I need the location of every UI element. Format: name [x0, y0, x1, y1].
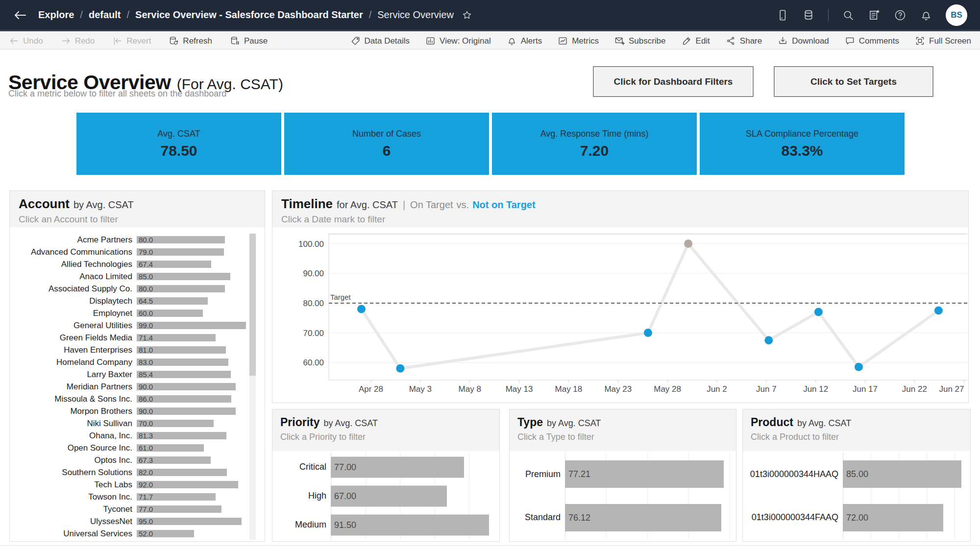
priority-row[interactable]: Critical77.00: [272, 453, 499, 481]
account-row[interactable]: Open Source Inc.61.0: [10, 442, 265, 454]
account-row[interactable]: Advanced Communications79.0: [10, 246, 265, 258]
account-bar-area: 86.0: [137, 393, 265, 405]
account-row[interactable]: Ohana, Inc.81.3: [10, 430, 265, 442]
kpi-row: Avg. CSAT78.50Number of Cases6Avg. Respo…: [76, 113, 905, 175]
timeline-title-suffix: for Avg. CSAT: [337, 199, 398, 210]
breadcrumb-separator: /: [126, 9, 129, 21]
type-row[interactable]: Standard76.12: [510, 496, 736, 540]
breadcrumb-item[interactable]: default: [89, 9, 121, 21]
timeline-point[interactable]: [814, 308, 823, 316]
account-scrollbar-thumb[interactable]: [249, 234, 256, 376]
priority-category: High: [272, 491, 331, 501]
account-name: Morpon Brothers: [10, 407, 137, 416]
comments-button[interactable]: Comments: [845, 36, 899, 46]
help-icon[interactable]: [894, 9, 906, 22]
account-row[interactable]: Homeland Company83.0: [10, 356, 265, 368]
refresh-button[interactable]: Refresh: [169, 36, 212, 46]
kpi-card-avg-csat[interactable]: Avg. CSAT78.50: [76, 113, 281, 175]
timeline-point[interactable]: [396, 364, 404, 373]
metrics-button[interactable]: Metrics: [558, 36, 599, 46]
breadcrumb-item[interactable]: Service Overview - Salesforce Dashboard …: [135, 9, 363, 21]
account-name: Towson Inc.: [10, 492, 137, 502]
timeline-point[interactable]: [357, 305, 366, 313]
account-row[interactable]: Niki Sullivan70.0: [10, 417, 265, 430]
favorite-star-icon[interactable]: [462, 10, 472, 21]
priority-row[interactable]: High67.00: [272, 481, 499, 510]
kpi-card-sla-compliance-percentage[interactable]: SLA Compliance Percentage83.3%: [700, 113, 905, 175]
timeline-point[interactable]: [684, 240, 692, 248]
timeline-point[interactable]: [934, 307, 943, 315]
account-row[interactable]: Meridian Partners90.0: [10, 381, 265, 393]
alert-bell-icon: [507, 36, 517, 46]
download-button[interactable]: Download: [778, 36, 829, 46]
account-row[interactable]: Missoula & Sons Inc.86.0: [10, 393, 265, 405]
redo-icon: [61, 36, 71, 46]
avatar[interactable]: BS: [946, 4, 967, 26]
account-row[interactable]: Displaytech64.5: [10, 295, 265, 307]
account-row[interactable]: Tyconet77.0: [10, 503, 265, 515]
product-row[interactable]: 01t3i000000344HAAQ85.00: [743, 453, 970, 496]
device-preview-icon[interactable]: [776, 9, 789, 22]
account-row[interactable]: Larry Baxter85.4: [10, 368, 265, 381]
timeline-chart: 100.0090.0080.0070.0060.00Apr 28May 3May…: [272, 234, 968, 404]
account-row[interactable]: Tech Labs92.0: [10, 479, 265, 491]
kpi-card-number-of-cases[interactable]: Number of Cases6: [284, 113, 489, 175]
account-row[interactable]: Universal Services52.0: [10, 527, 265, 540]
account-list: Acme Partners80.0Advanced Communications…: [10, 234, 265, 540]
timeline-legend-not-on-target[interactable]: Not on Target: [472, 199, 536, 210]
account-row[interactable]: Employnet60.0: [10, 307, 265, 319]
data-details-button[interactable]: Data Details: [350, 36, 410, 46]
product-chart: 01t3i000000344HAAQ85.0001t3i000000344FAA…: [743, 453, 970, 539]
subscribe-button[interactable]: Subscribe: [614, 36, 666, 46]
data-source-icon[interactable]: [802, 9, 815, 22]
account-row[interactable]: Allied Technologies67.4: [10, 258, 265, 270]
account-row[interactable]: Green Fields Media71.4: [10, 332, 265, 344]
pause-button[interactable]: Pause: [230, 36, 268, 46]
account-row[interactable]: Acme Partners80.0: [10, 234, 265, 246]
timeline-hint: Click a Date mark to filter: [281, 214, 959, 225]
product-panel-header: Productby Avg. CSAT Click a Product to f…: [743, 409, 970, 451]
timeline-point[interactable]: [764, 336, 773, 344]
account-row[interactable]: General Utilities99.0: [10, 319, 265, 332]
account-value: 67.3: [139, 454, 153, 466]
timeline-point[interactable]: [644, 329, 652, 337]
revert-button: Revert: [112, 36, 151, 46]
notifications-icon[interactable]: [920, 9, 932, 22]
kpi-label: SLA Compliance Percentage: [746, 129, 858, 139]
toolbar-item-label: Full Screen: [929, 36, 971, 46]
back-arrow-icon[interactable]: [13, 9, 27, 21]
account-row[interactable]: Associated Supply Co.80.0: [10, 283, 265, 295]
alerts-button[interactable]: Alerts: [507, 36, 542, 46]
toolbar-item-label: Pause: [244, 36, 268, 46]
product-row[interactable]: 01t3i000000344FAAQ72.00: [743, 496, 970, 540]
account-row[interactable]: Towson Inc.71.7: [10, 491, 265, 503]
timeline-point[interactable]: [855, 363, 863, 371]
kpi-value: 6: [383, 143, 391, 159]
target-line-label: Target: [330, 293, 351, 301]
full-screen-button[interactable]: Full Screen: [915, 36, 971, 46]
account-row[interactable]: UlyssesNet95.0: [10, 515, 265, 527]
account-row[interactable]: Morpon Brothers90.0: [10, 405, 265, 417]
search-icon[interactable]: [842, 9, 855, 22]
account-bar-area: 82.0: [137, 466, 265, 479]
edit-button[interactable]: Edit: [682, 36, 710, 46]
set-targets-button[interactable]: Click to Set Targets: [774, 66, 933, 97]
dashboard-filters-button[interactable]: Click for Dashboard Filters: [593, 66, 754, 97]
priority-row[interactable]: Medium91.50: [272, 510, 499, 539]
account-title: Account: [19, 196, 70, 211]
new-workbook-icon[interactable]: [868, 9, 881, 22]
breadcrumb-item[interactable]: Explore: [38, 9, 74, 21]
account-name: Tyconet: [10, 504, 137, 514]
account-panel-header: Accountby Avg. CSAT Click an Account to …: [10, 191, 265, 227]
account-row[interactable]: Anaco Limited85.0: [10, 270, 265, 283]
account-row[interactable]: Optos Inc.67.3: [10, 454, 265, 466]
share-button[interactable]: Share: [726, 36, 762, 46]
account-name: Missoula & Sons Inc.: [10, 394, 137, 404]
kpi-card-avg-response-time-mins-[interactable]: Avg. Response Time (mins)7.20: [492, 113, 697, 175]
toolbar-item-label: Data Details: [365, 36, 410, 46]
type-row[interactable]: Premium77.21: [510, 453, 736, 496]
view-original-button[interactable]: View: Original: [425, 36, 491, 46]
priority-title: Priority: [280, 416, 320, 429]
account-row[interactable]: Haven Enterprises81.0: [10, 344, 265, 356]
account-row[interactable]: Southern Solutions82.0: [10, 466, 265, 479]
